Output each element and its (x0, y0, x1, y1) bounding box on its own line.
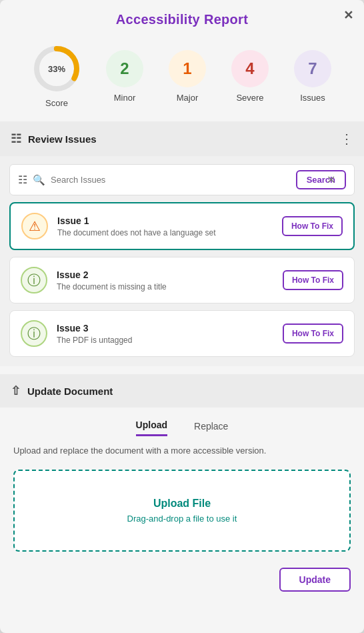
tab-replace[interactable]: Replace (194, 420, 228, 436)
score-section: 33% Score 2 Minor 1 Major 4 Severe 7 Iss… (0, 34, 364, 121)
issue-content-2: Issue 2 The document is missing a title (57, 269, 273, 291)
minor-item: 2 Minor (106, 50, 143, 103)
filter-icon: ☷ (18, 173, 27, 186)
how-to-fix-button-2[interactable]: How To Fix (283, 270, 343, 290)
minor-label: Minor (114, 93, 136, 103)
how-to-fix-button-1[interactable]: How To Fix (282, 216, 343, 236)
issue-title-3: Issue 3 (57, 323, 273, 334)
search-input[interactable] (51, 175, 291, 185)
search-magnify-icon: 🔍 (33, 174, 45, 186)
issue-info-icon-3: ⓘ (21, 320, 47, 347)
issue-warning-icon: ⚠ (21, 213, 48, 239)
upload-zone-subtitle: Drag-and-drop a file to use it (28, 514, 336, 524)
tab-upload[interactable]: Upload (136, 420, 167, 436)
issue-card-1[interactable]: ⚠ Issue 1 The document does not have a l… (9, 202, 355, 250)
issue-title-1: Issue 1 (57, 215, 273, 226)
update-document-header: ⇧ Update Document (0, 374, 364, 408)
issue-title-2: Issue 2 (57, 269, 273, 280)
issue-card-2[interactable]: ⓘ Issue 2 The document is missing a titl… (9, 257, 355, 303)
minor-badge: 2 (106, 50, 143, 87)
issues-badge: 7 (294, 50, 331, 87)
update-button-row: Update (0, 562, 364, 605)
upload-zone-title: Upload File (28, 498, 336, 510)
update-document-section: ⇧ Update Document Upload Replace Upload … (0, 374, 364, 605)
search-button[interactable]: Search (296, 170, 346, 189)
window-title: Accessibility Report (0, 0, 364, 34)
review-issues-section: ☷ Review Issues ⋮ ☷ 🔍 Search ✕ ⚠ Issue 1… (0, 121, 364, 366)
severe-item: 4 Severe (231, 50, 269, 103)
major-badge: 1 (169, 50, 206, 87)
how-to-fix-button-3[interactable]: How To Fix (283, 324, 343, 344)
issue-card-3[interactable]: ⓘ Issue 3 The PDF is untagged How To Fix (9, 310, 355, 357)
review-issues-title: Review Issues (28, 133, 97, 145)
issue-desc-3: The PDF is untagged (57, 336, 273, 345)
issue-desc-1: The document does not have a language se… (57, 228, 273, 237)
upload-drop-zone[interactable]: Upload File Drag-and-drop a file to use … (13, 470, 351, 552)
issue-content-1: Issue 1 The document does not have a lan… (57, 215, 273, 237)
issues-label: Issues (300, 93, 325, 103)
issues-list: ⚠ Issue 1 The document does not have a l… (0, 199, 364, 366)
issues-item: 7 Issues (294, 50, 331, 103)
issue-info-icon-2: ⓘ (21, 267, 47, 293)
update-tabs: Upload Replace (0, 410, 364, 442)
issue-desc-2: The document is missing a title (57, 282, 273, 291)
update-description: Upload and replace the document with a m… (0, 442, 364, 467)
close-button[interactable]: ✕ (343, 8, 353, 23)
score-label: Score (45, 98, 68, 108)
search-close-icon[interactable]: ✕ (327, 173, 335, 186)
update-button[interactable]: Update (279, 568, 351, 592)
severe-label: Severe (236, 93, 263, 103)
search-row: ☷ 🔍 Search ✕ (9, 164, 355, 195)
score-percent: 33% (48, 64, 65, 74)
list-icon: ☷ (11, 131, 21, 146)
review-issues-header: ☷ Review Issues ⋮ (0, 121, 364, 156)
more-options-button[interactable]: ⋮ (340, 131, 353, 147)
accessibility-report-window: ✕ Accessibility Report 33% Score 2 Minor… (0, 0, 364, 633)
major-item: 1 Major (169, 50, 206, 103)
score-item: 33% Score (33, 45, 81, 108)
upload-icon: ⇧ (11, 384, 21, 398)
score-donut: 33% (33, 45, 81, 93)
major-label: Major (177, 93, 199, 103)
update-document-title: Update Document (27, 386, 113, 397)
severe-badge: 4 (231, 50, 269, 87)
issue-content-3: Issue 3 The PDF is untagged (57, 323, 273, 345)
